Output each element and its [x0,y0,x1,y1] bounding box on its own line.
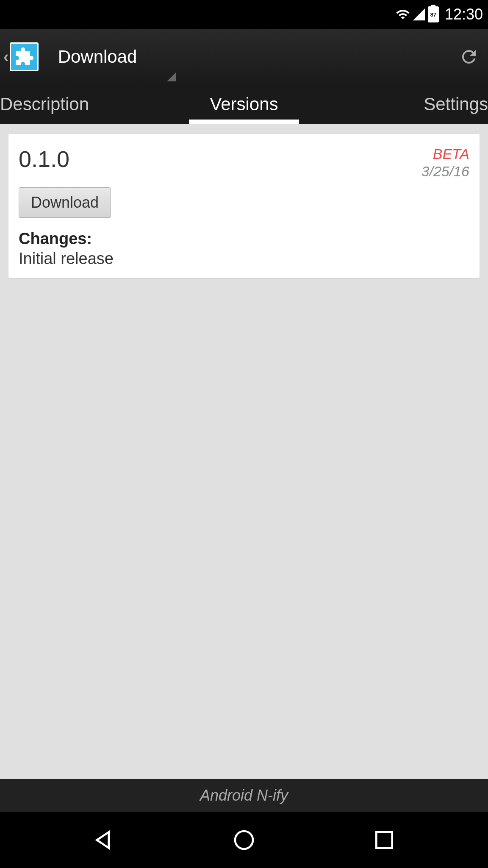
nav-back-button[interactable] [89,825,119,855]
nav-home-button[interactable] [229,825,259,855]
version-card: 0.1.0 BETA 3/25/16 Download Changes: Ini… [8,134,480,278]
tab-versions[interactable]: Versions [163,85,325,124]
wifi-icon [396,7,410,22]
refresh-icon [459,47,479,67]
beta-badge: BETA [421,146,469,162]
tab-description[interactable]: Description [0,85,163,124]
tab-label: Versions [210,94,278,114]
status-time: 12:30 [445,6,483,23]
battery-level: 87 [429,7,438,22]
dropdown-triangle-icon [167,72,176,81]
tab-bar: Description Versions Settings [0,85,488,124]
tab-settings[interactable]: Settings [325,85,488,124]
content-area[interactable]: 0.1.0 BETA 3/25/16 Download Changes: Ini… [0,124,488,779]
tab-label: Description [0,94,89,114]
app-title-dropdown[interactable]: Download [46,29,450,85]
nav-back-icon [92,828,116,852]
tab-label: Settings [424,94,488,114]
changes-label: Changes: [19,230,469,248]
app-icon [10,42,39,71]
changes-text: Initial release [19,250,469,268]
download-button[interactable]: Download [19,187,111,218]
footer-text: Android N-ify [200,787,288,804]
version-date: 3/25/16 [421,163,469,180]
svg-rect-1 [376,832,392,848]
app-bar: ‹ Download [0,29,488,85]
battery-icon: 87 [428,6,439,22]
app-title: Download [58,47,137,67]
nav-home-icon [232,828,256,852]
refresh-button[interactable] [450,29,488,85]
navigation-bar [0,812,488,868]
back-chevron-icon: ‹ [3,48,9,66]
signal-icon [412,7,426,22]
back-button[interactable]: ‹ [0,29,46,85]
nav-recent-button[interactable] [369,825,399,855]
footer-bar: Android N-ify [0,779,488,812]
version-number: 0.1.0 [19,146,69,172]
svg-point-0 [235,831,253,849]
nav-recent-icon [372,828,396,852]
status-bar: 87 12:30 [0,0,488,29]
